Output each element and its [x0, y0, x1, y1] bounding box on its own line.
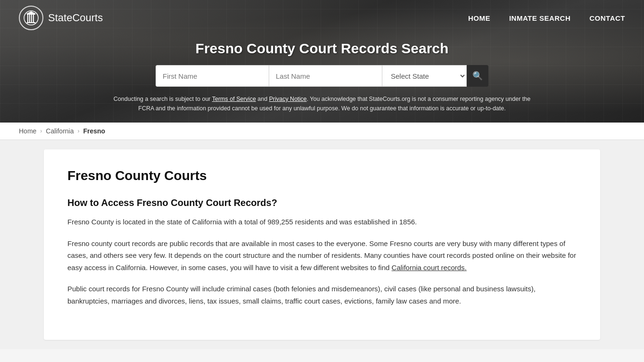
main-wrapper: Fresno County Courts How to Access Fresn… [0, 140, 644, 349]
content-para3: Public court records for Fresno County w… [67, 283, 577, 307]
breadcrumb-home[interactable]: Home [19, 127, 36, 135]
svg-rect-5 [31, 15, 32, 22]
hero-section: StateCourts HOME INMATE SEARCH CONTACT F… [0, 0, 644, 123]
nav-contact[interactable]: CONTACT [589, 14, 625, 22]
last-name-input[interactable] [269, 65, 382, 87]
nav-links: HOME INMATE SEARCH CONTACT [468, 14, 625, 22]
svg-rect-2 [27, 14, 35, 15]
breadcrumb-sep-2: › [78, 128, 80, 134]
nav-home[interactable]: HOME [468, 14, 490, 22]
breadcrumb-county: Fresno [83, 127, 106, 135]
content-title: Fresno County Courts [67, 168, 577, 183]
svg-rect-1 [27, 22, 35, 23]
breadcrumb-state[interactable]: California [46, 127, 74, 135]
logo-link[interactable]: StateCourts [19, 6, 103, 30]
first-name-input[interactable] [156, 65, 269, 87]
terms-link[interactable]: Terms of Service [212, 96, 256, 102]
hero-content: Fresno County Court Records Search Selec… [0, 36, 644, 113]
hero-title: Fresno County Court Records Search [19, 41, 625, 57]
logo-icon [19, 6, 43, 30]
search-icon: 🔍 [472, 71, 483, 81]
hero-disclaimer: Conducting a search is subject to our Te… [110, 94, 534, 113]
breadcrumb: Home › California › Fresno [0, 123, 644, 140]
svg-rect-6 [33, 15, 34, 22]
nav-inmate-search[interactable]: INMATE SEARCH [509, 14, 570, 22]
svg-rect-4 [29, 15, 30, 22]
breadcrumb-sep-1: › [40, 128, 42, 134]
content-para1: Fresno County is located in the state of… [67, 216, 577, 228]
svg-rect-3 [27, 15, 28, 22]
content-card: Fresno County Courts How to Access Fresn… [44, 149, 600, 340]
content-para2: Fresno county court records are public r… [67, 238, 577, 274]
navigation: StateCourts HOME INMATE SEARCH CONTACT [0, 0, 644, 36]
state-select[interactable]: Select State Alabama Alaska Arizona Arka… [382, 65, 467, 87]
content-subtitle: How to Access Fresno County Court Record… [67, 197, 577, 208]
california-court-records-link[interactable]: California court records. [392, 263, 467, 272]
logo-text: StateCourts [48, 12, 103, 24]
search-button[interactable]: 🔍 [467, 65, 488, 87]
privacy-link[interactable]: Privacy Notice [269, 96, 307, 102]
search-form: Select State Alabama Alaska Arizona Arka… [19, 65, 625, 87]
